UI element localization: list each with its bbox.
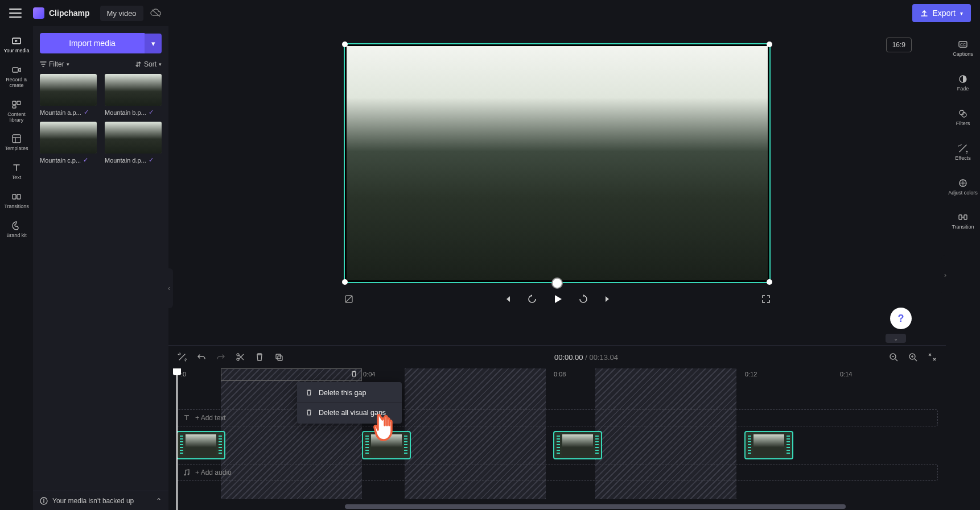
skip-start-icon[interactable] bbox=[503, 295, 512, 304]
menu-delete-this-gap[interactable]: Delete this gap bbox=[297, 383, 402, 403]
skip-end-icon[interactable] bbox=[603, 295, 612, 304]
chevron-up-icon: ⌃ bbox=[156, 497, 162, 505]
chevron-down-icon: ▾ bbox=[159, 61, 162, 67]
rewind-icon[interactable] bbox=[527, 294, 537, 304]
brandkit-icon bbox=[11, 220, 22, 231]
sync-off-icon[interactable] bbox=[150, 9, 162, 18]
media-item[interactable]: Mountain a.p...✓ bbox=[40, 74, 97, 116]
nav-transition[interactable]: Transition bbox=[950, 208, 975, 234]
selected-gap[interactable] bbox=[221, 368, 362, 381]
import-media-button[interactable]: Import media bbox=[40, 33, 145, 53]
nav-templates[interactable]: Templates bbox=[3, 130, 29, 155]
svg-rect-2 bbox=[13, 68, 18, 72]
video-clip[interactable] bbox=[744, 431, 793, 459]
svg-rect-3 bbox=[13, 101, 16, 105]
timeline-scrollbar[interactable] bbox=[345, 504, 846, 509]
preview-canvas[interactable] bbox=[344, 43, 771, 283]
undo-button[interactable] bbox=[197, 353, 206, 362]
app-name: Clipchamp bbox=[49, 9, 90, 18]
svg-rect-6 bbox=[13, 135, 20, 143]
app-header: Clipchamp My video Export ▾ bbox=[0, 0, 980, 26]
playhead[interactable] bbox=[176, 368, 178, 510]
svg-line-24 bbox=[915, 359, 917, 361]
info-icon bbox=[40, 497, 48, 505]
zoom-fit-button[interactable] bbox=[928, 353, 937, 362]
svg-rect-10 bbox=[17, 194, 20, 199]
playback-controls bbox=[344, 293, 771, 305]
menu-button[interactable] bbox=[9, 7, 22, 19]
fullscreen-icon[interactable] bbox=[761, 295, 771, 304]
resize-handle[interactable] bbox=[767, 42, 772, 47]
nav-record-create[interactable]: Record & create bbox=[0, 61, 33, 92]
media-item[interactable]: Mountain d.p...✓ bbox=[105, 122, 162, 164]
svg-rect-18 bbox=[276, 354, 281, 359]
library-icon bbox=[11, 99, 22, 110]
zoom-in-button[interactable] bbox=[908, 353, 917, 362]
nav-captions[interactable]: CC Captions bbox=[952, 35, 974, 61]
collapse-timeline-button[interactable]: ⌄ bbox=[886, 334, 906, 343]
project-title[interactable]: My video bbox=[100, 6, 143, 21]
svg-point-16 bbox=[237, 358, 239, 360]
split-button[interactable] bbox=[236, 353, 245, 362]
duplicate-button[interactable] bbox=[274, 353, 283, 362]
text-track[interactable]: + Add text bbox=[176, 409, 938, 426]
rotate-handle[interactable] bbox=[551, 277, 563, 289]
resize-handle[interactable] bbox=[767, 279, 772, 285]
aspect-ratio-button[interactable]: 16:9 bbox=[886, 38, 912, 52]
svg-point-17 bbox=[237, 354, 239, 356]
templates-icon bbox=[11, 133, 22, 144]
transitions-icon bbox=[11, 191, 22, 202]
resize-handle[interactable] bbox=[342, 279, 348, 285]
nav-your-media[interactable]: Your media bbox=[2, 32, 30, 57]
delete-gap-icon[interactable] bbox=[350, 370, 358, 378]
import-dropdown-button[interactable]: ▾ bbox=[145, 34, 162, 53]
trash-icon bbox=[305, 389, 313, 397]
play-button[interactable] bbox=[552, 293, 563, 305]
video-track[interactable] bbox=[168, 431, 946, 459]
text-icon bbox=[183, 414, 191, 422]
forward-icon[interactable] bbox=[578, 294, 588, 304]
export-button[interactable]: Export ▾ bbox=[912, 4, 971, 22]
video-clip[interactable] bbox=[176, 431, 225, 459]
nav-fade[interactable]: Fade bbox=[956, 70, 970, 96]
filter-button[interactable]: Filter ▾ bbox=[40, 60, 69, 68]
magic-icon[interactable] bbox=[178, 353, 187, 362]
nav-effects[interactable]: Effects bbox=[954, 139, 971, 165]
nav-content-library[interactable]: Content library bbox=[0, 96, 33, 127]
sort-button[interactable]: Sort ▾ bbox=[135, 60, 162, 68]
nav-adjust-colors[interactable]: Adjust colors bbox=[947, 174, 979, 200]
backup-notice[interactable]: Your media isn't backed up ⌃ bbox=[33, 491, 168, 510]
preview-frame bbox=[347, 46, 768, 280]
upload-icon bbox=[920, 9, 928, 17]
app-logo[interactable]: Clipchamp bbox=[33, 7, 90, 19]
svg-rect-4 bbox=[17, 101, 20, 105]
delete-button[interactable] bbox=[255, 353, 264, 362]
nav-transitions[interactable]: Transitions bbox=[3, 188, 30, 213]
svg-rect-35 bbox=[959, 215, 962, 219]
nav-filters[interactable]: Filters bbox=[955, 105, 971, 130]
timeline-time: 00:00.00 / 00:13.04 bbox=[554, 353, 618, 362]
filter-icon bbox=[40, 61, 47, 68]
zoom-out-button[interactable] bbox=[889, 353, 898, 362]
media-item[interactable]: Mountain c.p...✓ bbox=[40, 122, 97, 164]
cursor-hand-icon bbox=[373, 408, 403, 442]
svg-line-15 bbox=[345, 296, 352, 302]
help-button[interactable]: ? bbox=[890, 308, 912, 329]
video-clip[interactable] bbox=[553, 431, 602, 459]
nav-text[interactable]: Text bbox=[10, 159, 23, 184]
media-thumbnail bbox=[40, 122, 97, 154]
resize-handle[interactable] bbox=[342, 42, 348, 47]
crop-icon[interactable] bbox=[344, 294, 354, 304]
check-icon: ✓ bbox=[84, 109, 89, 116]
redo-button[interactable] bbox=[216, 353, 225, 362]
chevron-down-icon: ▾ bbox=[151, 39, 155, 48]
music-icon bbox=[183, 468, 191, 476]
audio-track[interactable]: + Add audio bbox=[176, 464, 938, 481]
right-sidebar: CC Captions Fade Filters Effects Adjust … bbox=[946, 26, 980, 510]
nav-brand-kit[interactable]: Brand kit bbox=[5, 217, 28, 242]
media-item[interactable]: Mountain b.p...✓ bbox=[105, 74, 162, 116]
check-icon: ✓ bbox=[149, 156, 154, 164]
camera-icon bbox=[11, 64, 22, 76]
collapse-right-panel-button[interactable]: › bbox=[941, 255, 949, 295]
media-thumbnail bbox=[105, 74, 162, 106]
